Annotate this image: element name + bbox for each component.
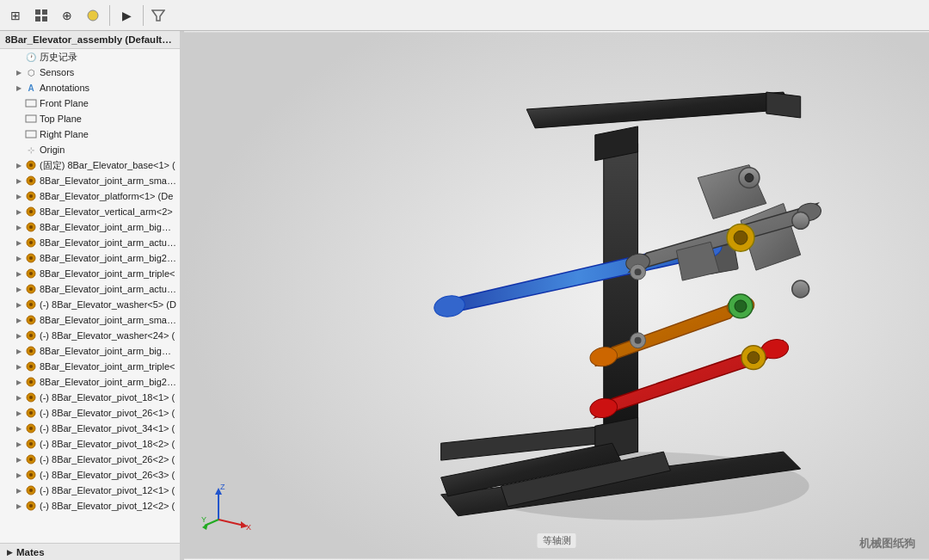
svg-point-46	[29, 442, 33, 446]
tree-label-part22: (-) 8Bar_Elevator_pivot_12<1> (	[40, 485, 175, 495]
toolbar-circle-icon[interactable]	[81, 3, 105, 28]
tree-item-history[interactable]: 🕐历史记录	[0, 49, 180, 65]
tree-arrow-part18: ▶	[14, 423, 24, 434]
svg-point-10	[29, 163, 33, 167]
toolbar-crosshair-icon[interactable]: ⊕	[55, 3, 79, 28]
tree-arrow-part1: ▶	[14, 160, 24, 170]
axis-indicator: Z X Y	[201, 481, 253, 532]
tree-arrow-part10: ▶	[14, 299, 24, 310]
tree-arrow-part21: ▶	[14, 470, 24, 480]
tree-item-origin[interactable]: ⊹Origin	[0, 142, 180, 157]
tree-item-part6[interactable]: ▶8Bar_Elevator_joint_arm_actuate	[0, 235, 180, 250]
tree-item-annotations[interactable]: ▶AAnnotations	[0, 80, 180, 95]
part-icon	[24, 484, 38, 496]
tree-body[interactable]: 🕐历史记录▶⬡Sensors▶AAnnotationsFront PlaneTo…	[0, 49, 180, 543]
svg-rect-8	[26, 131, 36, 138]
history-icon: 🕐	[24, 51, 38, 63]
part-icon	[24, 360, 38, 372]
tree-item-part20[interactable]: ▶(-) 8Bar_Elevator_pivot_26<2> (	[0, 452, 180, 467]
tree-arrow-part14: ▶	[14, 361, 24, 372]
tree-item-part12[interactable]: ▶(-) 8Bar_Elevator_washer<24> (	[0, 328, 180, 343]
tree-item-part9[interactable]: ▶8Bar_Elevator_joint_arm_actuate	[0, 281, 180, 297]
tree-label-part16: (-) 8Bar_Elevator_pivot_18<1> (	[40, 392, 175, 403]
svg-point-30	[29, 318, 33, 322]
tree-label-part14: 8Bar_Elevator_joint_arm_triple<	[40, 361, 175, 372]
toolbar-separator	[109, 5, 110, 26]
bottom-bar: ▶ Mates	[0, 543, 180, 560]
svg-rect-0	[35, 9, 40, 15]
tree-label-part15: 8Bar_Elevator_joint_arm_big2<2>	[40, 377, 176, 387]
part-icon	[24, 159, 38, 171]
svg-rect-3	[42, 16, 47, 22]
svg-point-92	[635, 337, 642, 344]
tree-arrow-top-plane	[14, 114, 24, 124]
tree-item-part16[interactable]: ▶(-) 8Bar_Elevator_pivot_18<1> (	[0, 390, 180, 405]
tree-item-part22[interactable]: ▶(-) 8Bar_Elevator_pivot_12<1> (	[0, 483, 180, 498]
tree-label-annotations: Annotations	[40, 83, 89, 93]
tree-label-part19: (-) 8Bar_Elevator_pivot_18<2> (	[40, 439, 175, 449]
svg-point-40	[29, 396, 33, 399]
part-icon	[24, 298, 38, 311]
svg-text:Z: Z	[220, 483, 225, 491]
watermark: 机械图纸狗	[859, 536, 915, 551]
plane-icon	[24, 128, 38, 140]
tree-item-part17[interactable]: ▶(-) 8Bar_Elevator_pivot_26<1> (	[0, 405, 180, 421]
tree-label-part21: (-) 8Bar_Elevator_pivot_26<3> (	[40, 470, 175, 480]
tree-label-part1: (固定) 8Bar_Elevator_base<1> (	[40, 159, 175, 172]
svg-text:Y: Y	[201, 515, 206, 524]
tree-item-part19[interactable]: ▶(-) 8Bar_Elevator_pivot_18<2> (	[0, 436, 180, 452]
tree-item-part15[interactable]: ▶8Bar_Elevator_joint_arm_big2<2>	[0, 374, 180, 390]
origin-icon: ⊹	[24, 144, 38, 156]
tree-item-part2[interactable]: ▶8Bar_Elevator_joint_arm_small<	[0, 173, 180, 188]
part-icon	[24, 237, 38, 249]
svg-point-20	[29, 241, 33, 244]
svg-point-82	[735, 300, 747, 312]
filter-icon[interactable]	[148, 5, 169, 26]
tree-item-part21[interactable]: ▶(-) 8Bar_Elevator_pivot_26<3> (	[0, 467, 180, 483]
tree-arrow-part19: ▶	[14, 439, 24, 449]
tree-item-part18[interactable]: ▶(-) 8Bar_Elevator_pivot_34<1> (	[0, 421, 180, 436]
3d-model-svg	[184, 31, 929, 560]
mates-label: Mates	[16, 547, 45, 557]
tree-item-part10[interactable]: ▶(-) 8Bar_Elevator_washer<5> (D	[0, 297, 180, 312]
tree-label-right-plane: Right Plane	[40, 129, 89, 139]
tree-label-part6: 8Bar_Elevator_joint_arm_actuate	[40, 237, 176, 248]
tree-item-part5[interactable]: ▶8Bar_Elevator_joint_arm_big<1>	[0, 219, 180, 235]
svg-line-99	[218, 520, 244, 526]
tree-item-part1[interactable]: ▶(固定) 8Bar_Elevator_base<1> (	[0, 157, 180, 173]
tree-item-part8[interactable]: ▶8Bar_Elevator_joint_arm_triple<	[0, 266, 180, 281]
part-icon	[24, 190, 38, 202]
tree-item-top-plane[interactable]: Top Plane	[0, 111, 180, 126]
toolbar-grid-icon[interactable]: ⊞	[3, 3, 28, 28]
part-icon	[24, 345, 38, 357]
tree-item-sensors[interactable]: ▶⬡Sensors	[0, 65, 180, 80]
svg-text:X: X	[246, 523, 251, 532]
tree-item-part3[interactable]: ▶8Bar_Elevator_platform<1> (De	[0, 188, 180, 204]
tree-arrow-part5: ▶	[14, 222, 24, 232]
svg-point-34	[29, 349, 33, 353]
tree-item-part13[interactable]: ▶8Bar_Elevator_joint_arm_big<2>	[0, 343, 180, 359]
model-container	[184, 31, 929, 560]
tree-item-part7[interactable]: ▶8Bar_Elevator_joint_arm_big2<1>	[0, 250, 180, 266]
tree-header: 8Bar_Elevator_assembly (Default<D...	[0, 31, 180, 49]
tree-arrow-part2: ▶	[14, 175, 24, 186]
tree-item-part14[interactable]: ▶8Bar_Elevator_joint_arm_triple<	[0, 359, 180, 374]
tree-label-part20: (-) 8Bar_Elevator_pivot_26<2> (	[40, 454, 175, 465]
svg-marker-103	[202, 523, 208, 530]
tree-item-part4[interactable]: ▶8Bar_Elevator_vertical_arm<2>	[0, 204, 180, 219]
svg-point-42	[29, 411, 33, 415]
tree-item-part23[interactable]: ▶(-) 8Bar_Elevator_pivot_12<2> (	[0, 498, 180, 514]
tree-arrow-part15: ▶	[14, 377, 24, 387]
toolbar-view-icon[interactable]	[29, 3, 53, 28]
viewport[interactable]: Z X Y 等轴测 机械图纸狗	[184, 31, 929, 560]
mates-arrow[interactable]: ▶	[7, 548, 13, 557]
tree-arrow-part8: ▶	[14, 268, 24, 279]
part-icon	[24, 283, 38, 295]
annotation-icon: A	[24, 82, 38, 94]
tree-item-part11[interactable]: ▶8Bar_Elevator_joint_arm_small<	[0, 312, 180, 328]
tree-item-right-plane[interactable]: Right Plane	[0, 126, 180, 142]
tree-label-history: 历史记录	[40, 51, 77, 64]
toolbar-more-icon[interactable]: ▶	[114, 3, 138, 28]
tree-item-front-plane[interactable]: Front Plane	[0, 95, 180, 111]
tree-arrow-part7: ▶	[14, 253, 24, 263]
